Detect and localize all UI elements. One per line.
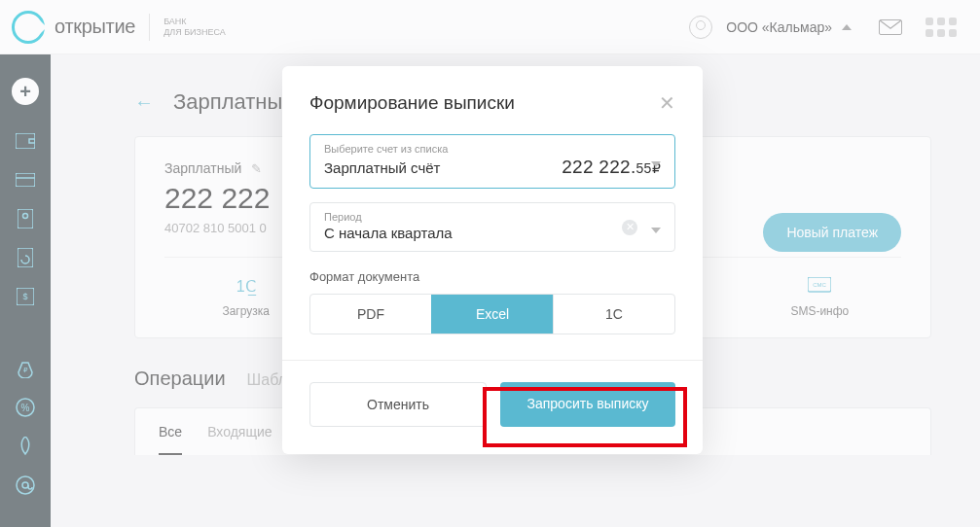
period-value: С начала квартала [324,225,661,241]
period-select[interactable]: Период С начала квартала ✕ [309,202,675,252]
format-label: Формат документа [309,269,675,284]
format-segment: PDF Excel 1C [309,294,675,334]
clear-icon[interactable]: ✕ [622,220,637,235]
account-select-value: Зарплатный счёт [324,159,440,176]
account-select[interactable]: Выберите счет из списка Зарплатный счёт … [309,134,675,189]
request-statement-button[interactable]: Запросить выписку [500,382,675,427]
format-pdf[interactable]: PDF [310,295,431,334]
account-select-amount: 222 222.55₽ [562,157,661,178]
period-hint: Период [324,211,661,223]
close-icon[interactable]: ✕ [659,91,675,115]
chevron-down-icon [651,228,661,233]
format-excel[interactable]: Excel [431,295,553,334]
statement-modal: Формирование выписки ✕ Выберите счет из … [282,66,703,454]
chevron-down-icon [651,161,661,167]
modal-title: Формирование выписки [309,92,515,114]
format-1c[interactable]: 1C [553,295,674,334]
account-select-hint: Выберите счет из списка [324,143,661,155]
cancel-button[interactable]: Отменить [309,382,487,427]
